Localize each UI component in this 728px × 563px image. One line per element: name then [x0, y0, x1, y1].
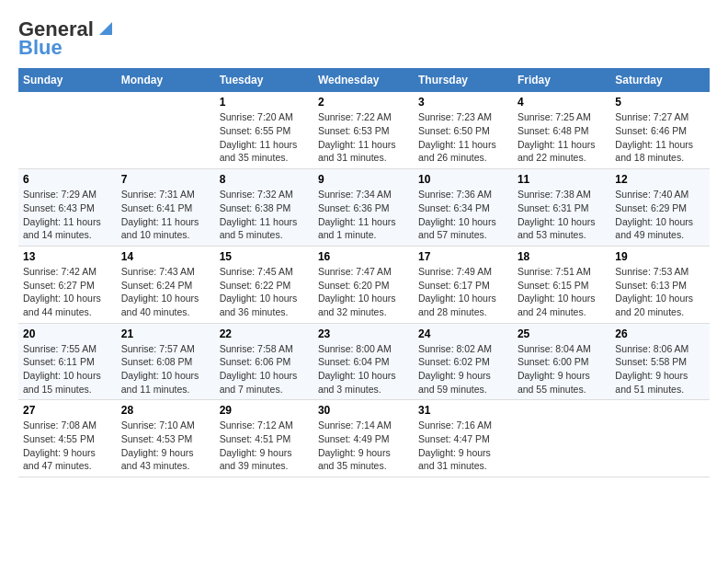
day-number: 11 [518, 173, 606, 186]
day-info: Sunrise: 7:55 AM Sunset: 6:11 PM Dayligh… [23, 342, 112, 396]
day-info: Sunrise: 7:20 AM Sunset: 6:55 PM Dayligh… [220, 110, 309, 165]
day-info: Sunrise: 8:04 AM Sunset: 6:00 PM Dayligh… [518, 342, 606, 396]
calendar-cell: 20Sunrise: 7:55 AM Sunset: 6:11 PM Dayli… [18, 323, 117, 400]
day-number: 17 [418, 250, 508, 263]
day-number: 3 [418, 96, 508, 109]
calendar-cell: 31Sunrise: 7:16 AM Sunset: 4:47 PM Dayli… [414, 400, 513, 477]
day-info: Sunrise: 7:49 AM Sunset: 6:17 PM Dayligh… [418, 265, 508, 319]
day-number: 24 [418, 327, 508, 340]
calendar-table: SundayMondayTuesdayWednesdayThursdayFrid… [18, 68, 710, 477]
day-number: 28 [121, 404, 210, 417]
week-row-4: 20Sunrise: 7:55 AM Sunset: 6:11 PM Dayli… [18, 323, 710, 400]
day-info: Sunrise: 8:06 AM Sunset: 5:58 PM Dayligh… [615, 342, 705, 396]
day-info: Sunrise: 7:08 AM Sunset: 4:55 PM Dayligh… [23, 419, 112, 473]
calendar-cell: 2Sunrise: 7:22 AM Sunset: 6:53 PM Daylig… [313, 92, 414, 168]
calendar-cell: 28Sunrise: 7:10 AM Sunset: 4:53 PM Dayli… [117, 400, 215, 477]
col-header-sunday: Sunday [18, 68, 117, 92]
calendar-cell: 6Sunrise: 7:29 AM Sunset: 6:43 PM Daylig… [18, 169, 117, 247]
calendar-cell: 3Sunrise: 7:23 AM Sunset: 6:50 PM Daylig… [414, 92, 513, 168]
col-header-wednesday: Wednesday [313, 68, 414, 92]
col-header-tuesday: Tuesday [215, 68, 313, 92]
day-number: 6 [23, 173, 112, 186]
day-number: 12 [615, 173, 705, 186]
calendar-cell: 5Sunrise: 7:27 AM Sunset: 6:46 PM Daylig… [610, 92, 710, 168]
day-info: Sunrise: 7:38 AM Sunset: 6:31 PM Dayligh… [518, 188, 606, 242]
calendar-cell: 25Sunrise: 8:04 AM Sunset: 6:00 PM Dayli… [513, 323, 610, 400]
svg-marker-0 [99, 22, 112, 35]
week-row-5: 27Sunrise: 7:08 AM Sunset: 4:55 PM Dayli… [18, 400, 710, 477]
calendar-cell: 24Sunrise: 8:02 AM Sunset: 6:02 PM Dayli… [414, 323, 513, 400]
calendar-cell: 26Sunrise: 8:06 AM Sunset: 5:58 PM Dayli… [610, 323, 710, 400]
day-number: 29 [220, 404, 309, 417]
calendar-cell: 21Sunrise: 7:57 AM Sunset: 6:08 PM Dayli… [117, 323, 215, 400]
calendar-cell: 13Sunrise: 7:42 AM Sunset: 6:27 PM Dayli… [18, 246, 117, 323]
day-number: 20 [23, 327, 112, 340]
day-number: 21 [121, 327, 210, 340]
day-info: Sunrise: 7:16 AM Sunset: 4:47 PM Dayligh… [418, 419, 508, 473]
day-number: 5 [615, 96, 705, 109]
day-info: Sunrise: 7:51 AM Sunset: 6:15 PM Dayligh… [518, 265, 606, 319]
day-info: Sunrise: 7:43 AM Sunset: 6:24 PM Dayligh… [121, 265, 210, 319]
calendar-cell: 16Sunrise: 7:47 AM Sunset: 6:20 PM Dayli… [313, 246, 414, 323]
day-number: 2 [318, 96, 409, 109]
col-header-monday: Monday [117, 68, 215, 92]
calendar-cell: 17Sunrise: 7:49 AM Sunset: 6:17 PM Dayli… [414, 246, 513, 323]
day-number: 22 [220, 327, 309, 340]
calendar-cell: 1Sunrise: 7:20 AM Sunset: 6:55 PM Daylig… [215, 92, 313, 168]
day-info: Sunrise: 7:10 AM Sunset: 4:53 PM Dayligh… [121, 419, 210, 473]
day-number: 31 [418, 404, 508, 417]
day-info: Sunrise: 7:45 AM Sunset: 6:22 PM Dayligh… [220, 265, 309, 319]
day-info: Sunrise: 7:57 AM Sunset: 6:08 PM Dayligh… [121, 342, 210, 396]
day-info: Sunrise: 7:32 AM Sunset: 6:38 PM Dayligh… [220, 188, 309, 242]
calendar-cell: 11Sunrise: 7:38 AM Sunset: 6:31 PM Dayli… [513, 169, 610, 247]
calendar-cell: 9Sunrise: 7:34 AM Sunset: 6:36 PM Daylig… [313, 169, 414, 247]
col-header-thursday: Thursday [414, 68, 513, 92]
day-number: 19 [615, 250, 705, 263]
calendar-cell [117, 92, 215, 168]
calendar-cell: 14Sunrise: 7:43 AM Sunset: 6:24 PM Dayli… [117, 246, 215, 323]
day-number: 13 [23, 250, 112, 263]
day-info: Sunrise: 7:25 AM Sunset: 6:48 PM Dayligh… [518, 110, 606, 165]
day-number: 9 [318, 173, 409, 186]
header: General Blue [18, 18, 710, 59]
day-number: 23 [318, 327, 409, 340]
calendar-cell: 18Sunrise: 7:51 AM Sunset: 6:15 PM Dayli… [513, 246, 610, 323]
calendar-cell: 19Sunrise: 7:53 AM Sunset: 6:13 PM Dayli… [610, 246, 710, 323]
day-info: Sunrise: 7:34 AM Sunset: 6:36 PM Dayligh… [318, 188, 409, 242]
column-headers: SundayMondayTuesdayWednesdayThursdayFrid… [18, 68, 710, 92]
day-number: 18 [518, 250, 606, 263]
calendar-cell: 22Sunrise: 7:58 AM Sunset: 6:06 PM Dayli… [215, 323, 313, 400]
day-number: 1 [220, 96, 309, 109]
calendar-cell [18, 92, 117, 168]
day-info: Sunrise: 7:29 AM Sunset: 6:43 PM Dayligh… [23, 188, 112, 242]
day-info: Sunrise: 8:02 AM Sunset: 6:02 PM Dayligh… [418, 342, 508, 396]
day-info: Sunrise: 7:40 AM Sunset: 6:29 PM Dayligh… [615, 188, 705, 242]
day-number: 15 [220, 250, 309, 263]
day-info: Sunrise: 7:22 AM Sunset: 6:53 PM Dayligh… [318, 110, 409, 165]
day-number: 27 [23, 404, 112, 417]
day-info: Sunrise: 8:00 AM Sunset: 6:04 PM Dayligh… [318, 342, 409, 396]
day-number: 4 [518, 96, 606, 109]
col-header-friday: Friday [513, 68, 610, 92]
day-info: Sunrise: 7:53 AM Sunset: 6:13 PM Dayligh… [615, 265, 705, 319]
day-info: Sunrise: 7:27 AM Sunset: 6:46 PM Dayligh… [615, 110, 705, 165]
calendar-cell [513, 400, 610, 477]
calendar-cell: 27Sunrise: 7:08 AM Sunset: 4:55 PM Dayli… [18, 400, 117, 477]
logo-blue: Blue [18, 37, 63, 59]
calendar-cell: 29Sunrise: 7:12 AM Sunset: 4:51 PM Dayli… [215, 400, 313, 477]
day-info: Sunrise: 7:42 AM Sunset: 6:27 PM Dayligh… [23, 265, 112, 319]
day-number: 30 [318, 404, 409, 417]
calendar-cell [610, 400, 710, 477]
calendar-cell: 4Sunrise: 7:25 AM Sunset: 6:48 PM Daylig… [513, 92, 610, 168]
day-number: 26 [615, 327, 705, 340]
day-number: 14 [121, 250, 210, 263]
logo: General Blue [18, 18, 116, 59]
calendar-cell: 12Sunrise: 7:40 AM Sunset: 6:29 PM Dayli… [610, 169, 710, 247]
day-number: 25 [518, 327, 606, 340]
day-number: 10 [418, 173, 508, 186]
day-info: Sunrise: 7:31 AM Sunset: 6:41 PM Dayligh… [121, 188, 210, 242]
calendar-cell: 10Sunrise: 7:36 AM Sunset: 6:34 PM Dayli… [414, 169, 513, 247]
day-number: 7 [121, 173, 210, 186]
day-info: Sunrise: 7:36 AM Sunset: 6:34 PM Dayligh… [418, 188, 508, 242]
day-number: 16 [318, 250, 409, 263]
